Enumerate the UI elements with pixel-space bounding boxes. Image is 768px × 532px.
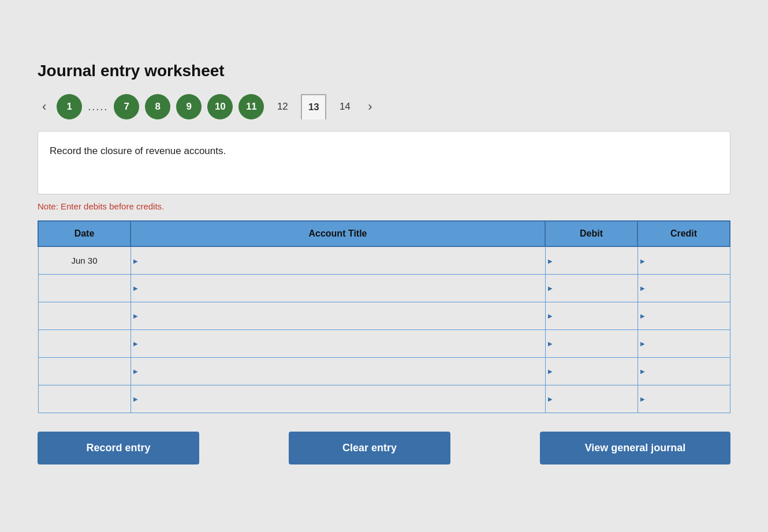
header-date: Date (38, 221, 131, 246)
credit-input-2[interactable] (638, 275, 730, 302)
debit-input-4[interactable] (546, 330, 637, 357)
debit-input-2[interactable] (546, 275, 637, 302)
debit-input-6[interactable] (546, 385, 637, 413)
page-title: Journal entry worksheet (38, 62, 730, 80)
page-circle-8[interactable]: 8 (145, 94, 170, 119)
header-account-title: Account Title (131, 221, 545, 246)
page-number-13[interactable]: 13 (301, 94, 326, 119)
debit-cell-5[interactable] (545, 357, 637, 385)
credit-input-1[interactable] (638, 247, 730, 274)
table-row (38, 274, 730, 302)
credit-cell-5[interactable] (637, 357, 730, 385)
account-input-6[interactable] (131, 385, 545, 413)
note-text: Note: Enter debits before credits. (38, 201, 730, 211)
header-credit: Credit (637, 221, 730, 246)
debit-cell-4[interactable] (545, 329, 637, 357)
main-container: Journal entry worksheet ‹ 1 ..... 7 8 9 … (14, 44, 754, 488)
page-circle-7[interactable]: 7 (114, 94, 139, 119)
record-entry-button[interactable]: Record entry (38, 432, 199, 464)
credit-input-4[interactable] (638, 330, 730, 357)
account-cell-2[interactable] (131, 274, 545, 302)
view-general-journal-button[interactable]: View general journal (540, 432, 730, 464)
table-row (38, 329, 730, 357)
page-circle-11[interactable]: 11 (238, 94, 264, 119)
account-input-2[interactable] (131, 275, 545, 302)
debit-cell-2[interactable] (545, 274, 637, 302)
date-cell-5 (38, 357, 131, 385)
credit-input-6[interactable] (638, 385, 730, 413)
page-dots: ..... (88, 101, 108, 113)
date-cell-1: Jun 30 (38, 246, 131, 274)
date-cell-2 (38, 274, 131, 302)
credit-cell-3[interactable] (637, 302, 730, 329)
page-circle-9[interactable]: 9 (176, 94, 202, 119)
debit-input-1[interactable] (546, 247, 637, 274)
account-input-1[interactable] (131, 247, 545, 274)
pagination: ‹ 1 ..... 7 8 9 10 11 12 13 14 › (38, 94, 730, 119)
table-row (38, 385, 730, 413)
description-text: Record the closure of revenue accounts. (50, 145, 226, 156)
debit-cell-3[interactable] (545, 302, 637, 329)
account-cell-5[interactable] (131, 357, 545, 385)
page-circle-10[interactable]: 10 (207, 94, 233, 119)
account-input-3[interactable] (131, 302, 545, 329)
credit-cell-1[interactable] (637, 246, 730, 274)
account-input-5[interactable] (131, 358, 545, 385)
table-row (38, 302, 730, 329)
account-cell-3[interactable] (131, 302, 545, 329)
page-circle-1[interactable]: 1 (57, 94, 82, 119)
clear-entry-button[interactable]: Clear entry (289, 432, 450, 464)
account-cell-1[interactable] (131, 246, 545, 274)
debit-cell-1[interactable] (545, 246, 637, 274)
journal-table: Date Account Title Debit Credit Jun 30 (38, 220, 730, 413)
next-arrow[interactable]: › (363, 97, 376, 117)
page-number-14[interactable]: 14 (332, 94, 357, 119)
button-row: Record entry Clear entry View general jo… (38, 432, 730, 464)
account-cell-4[interactable] (131, 329, 545, 357)
credit-cell-2[interactable] (637, 274, 730, 302)
debit-cell-6[interactable] (545, 385, 637, 413)
account-input-4[interactable] (131, 330, 545, 357)
credit-cell-6[interactable] (637, 385, 730, 413)
prev-arrow[interactable]: ‹ (38, 97, 51, 117)
credit-input-3[interactable] (638, 302, 730, 329)
date-cell-6 (38, 385, 131, 413)
credit-input-5[interactable] (638, 358, 730, 385)
debit-input-5[interactable] (546, 358, 637, 385)
description-box: Record the closure of revenue accounts. (38, 131, 730, 194)
date-cell-4 (38, 329, 131, 357)
header-debit: Debit (545, 221, 637, 246)
table-row: Jun 30 (38, 246, 730, 274)
debit-input-3[interactable] (546, 302, 637, 329)
credit-cell-4[interactable] (637, 329, 730, 357)
date-cell-3 (38, 302, 131, 329)
page-number-12[interactable]: 12 (270, 94, 295, 119)
table-row (38, 357, 730, 385)
account-cell-6[interactable] (131, 385, 545, 413)
